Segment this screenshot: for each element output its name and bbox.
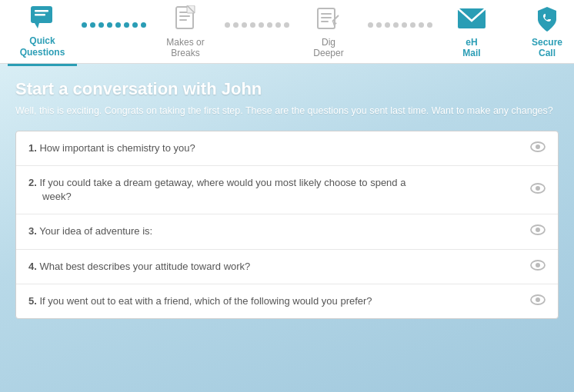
question-number-4: 4. <box>28 261 37 272</box>
svg-rect-12 <box>321 21 329 22</box>
eye-icon-3[interactable] <box>530 224 546 238</box>
question-text-2: 2. If you could take a dream getaway, wh… <box>28 176 522 204</box>
nav-label-dig-deeper: DigDeeper <box>313 37 343 59</box>
page-title: Start a conversation with John <box>15 79 559 99</box>
nav-dots-1 <box>77 22 151 28</box>
nav-dots-3 <box>363 22 437 28</box>
nav-item-secure-call[interactable]: Secure Call <box>512 0 574 65</box>
nav-item-dig-deeper[interactable]: DigDeeper <box>294 0 363 65</box>
svg-rect-10 <box>321 13 332 15</box>
nav-item-quick-questions[interactable]: Quick Questions <box>8 0 77 66</box>
svg-rect-1 <box>35 10 48 12</box>
eye-icon-5[interactable] <box>530 294 546 308</box>
question-row-4: 4. What best describes your attitude tow… <box>16 250 558 284</box>
question-number-3: 3. <box>28 225 37 237</box>
nav-label-quick-questions: Quick Questions <box>20 35 65 58</box>
question-text-1: 1. How important is chemistry to you? <box>28 141 522 155</box>
chat-icon <box>28 3 57 32</box>
nav-item-makes-or-breaks[interactable]: Makes orBreaks <box>151 0 220 65</box>
nav-label-makes-or-breaks: Makes orBreaks <box>166 37 204 59</box>
nav-label-eh-mail: eHMail <box>462 37 480 59</box>
question-number-2: 2. <box>28 177 37 188</box>
question-number-1: 1. <box>28 142 37 154</box>
svg-marker-3 <box>35 23 39 28</box>
nav-item-eh-mail[interactable]: eHMail <box>437 0 506 65</box>
svg-rect-6 <box>179 15 190 17</box>
svg-point-19 <box>536 186 540 191</box>
eye-icon-4[interactable] <box>530 260 546 274</box>
question-row-1: 1. How important is chemistry to you? <box>16 131 558 166</box>
nav-dots-2 <box>220 22 294 28</box>
edit-icon <box>314 5 343 34</box>
question-row-5: 5. If you went out to eat with a friend,… <box>16 284 558 318</box>
eye-icon-2[interactable] <box>530 183 546 197</box>
question-row-3: 3. Your idea of adventure is: <box>16 214 558 249</box>
svg-point-17 <box>536 145 540 149</box>
question-text-4: 4. What best describes your attitude tow… <box>28 260 522 274</box>
svg-rect-11 <box>321 17 332 18</box>
question-text-5: 5. If you went out to eat with a friend,… <box>28 294 522 308</box>
svg-point-21 <box>536 228 540 232</box>
eye-icon-1[interactable] <box>530 141 546 155</box>
svg-rect-2 <box>35 14 45 16</box>
question-text-3: 3. Your idea of adventure is: <box>28 224 522 238</box>
question-row-2: 2. If you could take a dream getaway, wh… <box>16 166 558 214</box>
svg-rect-7 <box>179 19 187 21</box>
svg-point-25 <box>536 297 540 302</box>
questions-list: 1. How important is chemistry to you? 2.… <box>15 131 559 319</box>
nav-label-secure-call: Secure Call <box>526 37 568 59</box>
page-subtitle: Well, this is exciting. Congrats on taki… <box>15 104 559 118</box>
top-navigation: Quick Questions Makes orBreaks <box>0 0 574 64</box>
phone-shield-icon <box>532 5 562 34</box>
mail-icon <box>457 5 486 34</box>
document-icon <box>171 5 200 34</box>
svg-point-23 <box>536 263 540 267</box>
question-number-5: 5. <box>28 295 37 307</box>
main-content: Start a conversation with John Well, thi… <box>0 64 574 392</box>
